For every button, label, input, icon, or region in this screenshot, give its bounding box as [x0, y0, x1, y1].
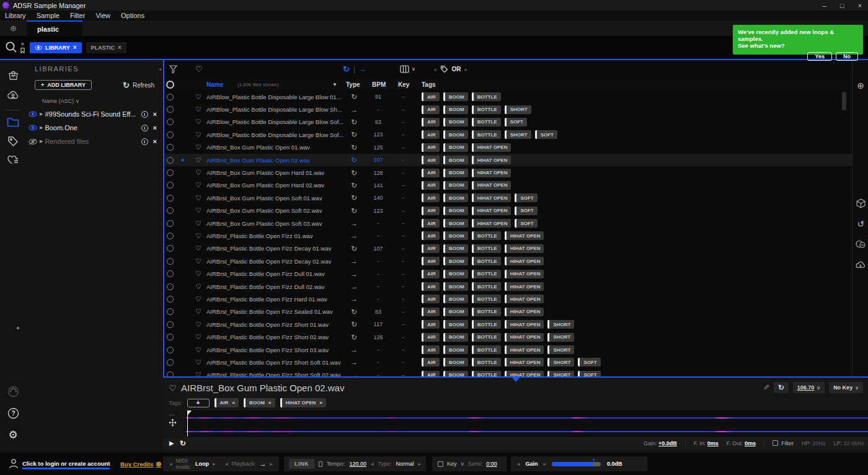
sidebar-item-tags[interactable]	[0, 136, 26, 147]
tag-chip[interactable]: HIHAT OPEN	[505, 358, 544, 366]
tab-plastic[interactable]: plastic	[27, 20, 82, 36]
filter-chip-plastic[interactable]: PLASTIC ×	[86, 42, 126, 53]
tag-chip[interactable]: AIR	[422, 118, 440, 127]
menu-sample[interactable]: Sample	[37, 12, 60, 19]
tag-chip[interactable]: HIHAT OPEN	[505, 345, 544, 354]
favorite-icon[interactable]: ♡	[195, 131, 202, 139]
key-checkbox[interactable]	[438, 461, 443, 467]
column-header-bpm[interactable]: BPM	[372, 81, 386, 88]
tag-chip[interactable]: AIR	[422, 308, 440, 316]
library-name[interactable]: Rendered files	[45, 138, 141, 145]
tag-chip[interactable]: BOTTLE	[472, 92, 501, 101]
tag-chip[interactable]: BOTTLE	[472, 333, 501, 342]
tag-chip[interactable]: SOFT	[578, 371, 600, 376]
tag-chip[interactable]: BOOM	[443, 169, 468, 177]
favorite-icon[interactable]: ♡	[195, 232, 202, 240]
tag-chip[interactable]: SHORT	[547, 345, 574, 354]
tag-chip[interactable]: AIR	[422, 270, 440, 278]
file-name[interactable]: AIRBrst_Plastic Bottle Open Fizz Dull 01…	[206, 270, 346, 277]
chevron-left-icon[interactable]: ◂	[517, 461, 520, 467]
tag-chip[interactable]: AIR	[422, 295, 440, 303]
add-tag-button[interactable]: +	[187, 399, 210, 407]
visibility-eye-icon[interactable]	[28, 111, 37, 117]
tag-chip[interactable]: BOOM	[443, 320, 468, 329]
chevron-right-icon[interactable]: ▸	[544, 461, 547, 467]
tag-chip[interactable]: BOOM	[443, 244, 468, 253]
tag-chip[interactable]: SHORT	[547, 320, 574, 329]
info-icon[interactable]: i	[141, 111, 148, 118]
tag-chip[interactable]: AIR	[422, 231, 440, 240]
row-select-circle[interactable]	[167, 334, 174, 340]
tag-chip[interactable]: BOOM	[443, 358, 468, 366]
player-tag-chip[interactable]: BOOM×	[244, 398, 275, 407]
cloud-download-icon[interactable]	[852, 260, 868, 269]
row-select-circle[interactable]	[167, 169, 174, 176]
close-button[interactable]: ×	[858, 2, 862, 9]
columns-dropdown[interactable]: ∨	[400, 65, 415, 73]
remove-library-icon[interactable]: ×	[153, 138, 157, 145]
table-row[interactable]: ● ♡ AIRBrst_Box Gum Plastic Open Hard 02…	[164, 179, 852, 192]
table-row[interactable]: ● ♡ AIRBrst_Plastic Bottle Open Fizz Sho…	[164, 331, 852, 343]
loop-playback-button[interactable]: ↻	[180, 439, 186, 448]
row-select-circle[interactable]	[167, 195, 174, 202]
tag-match-mode-toggle[interactable]: ◂ OR ▸	[433, 65, 467, 73]
player-tag-chip[interactable]: HIHAT OPEN×	[280, 398, 326, 407]
table-row[interactable]: ● ♡ AIRBrst_Box Gum Plastic Open Soft 01…	[164, 192, 852, 204]
file-name[interactable]: AIRBlow_Plastic Bottle Disposable Large …	[206, 106, 346, 113]
tag-chip[interactable]: BOOM	[443, 371, 468, 376]
tag-chip[interactable]: BOOM	[443, 130, 468, 139]
tag-chip[interactable]: HIHAT OPEN	[505, 231, 544, 240]
favorite-icon[interactable]: ♡	[195, 257, 202, 265]
tag-chip[interactable]: HIHAT OPEN	[472, 143, 512, 152]
play-button[interactable]: ▶	[169, 440, 174, 446]
splitter-drag-handle[interactable]	[512, 378, 520, 382]
tag-chip[interactable]: HIHAT OPEN	[505, 308, 544, 316]
table-row[interactable]: ● ♡ AIRBrst_Box Gum Plastic Open Soft 03…	[164, 217, 852, 229]
chevron-left-icon[interactable]: ◂	[433, 66, 436, 73]
tag-chip[interactable]: HIHAT OPEN	[505, 320, 544, 329]
table-row[interactable]: ● ♡ AIRBrst_Box Gum Plastic Open 01.wav …	[164, 141, 852, 154]
tag-chip[interactable]: BOOM	[443, 333, 468, 342]
waveform-options-icon[interactable]: …	[169, 410, 175, 417]
table-row[interactable]: ● ♡ AIRBrst_Plastic Bottle Open Fizz Dec…	[164, 242, 852, 255]
chevron-down-icon[interactable]: ∨	[461, 461, 465, 467]
maximize-button[interactable]: □	[840, 2, 844, 9]
tag-chip[interactable]: BOOM	[443, 206, 468, 215]
row-select-circle[interactable]	[167, 308, 174, 315]
store-icon[interactable]	[0, 69, 26, 81]
table-scrollbar-thumb[interactable]	[842, 92, 846, 110]
link-button[interactable]: LINK	[289, 459, 314, 469]
chevron-right-icon[interactable]: ▸	[465, 66, 468, 73]
tag-chip[interactable]: BOOM	[443, 282, 468, 291]
tag-chip[interactable]: SOFT	[515, 193, 537, 202]
waveform-display[interactable]	[186, 409, 868, 438]
similar-samples-icon[interactable]	[852, 240, 868, 248]
table-row[interactable]: ● ♡ AIRBrst_Plastic Bottle Open Fizz Dul…	[164, 267, 852, 280]
no-button[interactable]: No	[836, 52, 858, 61]
tempo-checkbox[interactable]	[319, 461, 322, 467]
file-name[interactable]: AIRBrst_Plastic Bottle Open Fizz 01.wav	[206, 233, 346, 239]
playback-value[interactable]: →	[259, 460, 266, 468]
tag-chip[interactable]: SHORT	[547, 358, 574, 366]
favorite-icon[interactable]: ♡	[195, 143, 202, 151]
tag-chip[interactable]: SOFT	[515, 219, 537, 228]
tag-chip[interactable]: SOFT	[578, 358, 600, 366]
table-row[interactable]: ● ♡ AIRBlow_Plastic Bottle Disposable La…	[164, 116, 852, 128]
filter-checkbox[interactable]	[773, 440, 778, 446]
favorite-icon[interactable]: ♡	[195, 118, 202, 126]
library-sort-dropdown[interactable]: Name (ASC) ∨	[42, 98, 79, 104]
chevron-right-icon[interactable]: ▸	[270, 461, 273, 467]
file-name[interactable]: AIRBrst_Plastic Bottle Open Fizz Hard 01…	[206, 296, 346, 303]
remove-tag-icon[interactable]: ×	[232, 400, 235, 406]
remove-chip-icon[interactable]: ×	[118, 44, 122, 51]
row-select-circle[interactable]	[167, 371, 174, 376]
favorite-icon[interactable]: ♡	[195, 156, 202, 164]
chevron-left-icon[interactable]: ◂	[169, 461, 172, 467]
tag-chip[interactable]: HIHAT OPEN	[472, 156, 512, 164]
visibility-eye-off-icon[interactable]	[28, 138, 37, 145]
row-select-circle[interactable]	[167, 106, 174, 113]
row-select-circle[interactable]	[167, 220, 174, 227]
file-name[interactable]: AIRBrst_Box Gum Plastic Open Hard 02.wav	[206, 182, 346, 189]
tag-chip[interactable]: SOFT	[505, 118, 527, 127]
chevron-right-icon[interactable]: ▸	[213, 461, 216, 467]
